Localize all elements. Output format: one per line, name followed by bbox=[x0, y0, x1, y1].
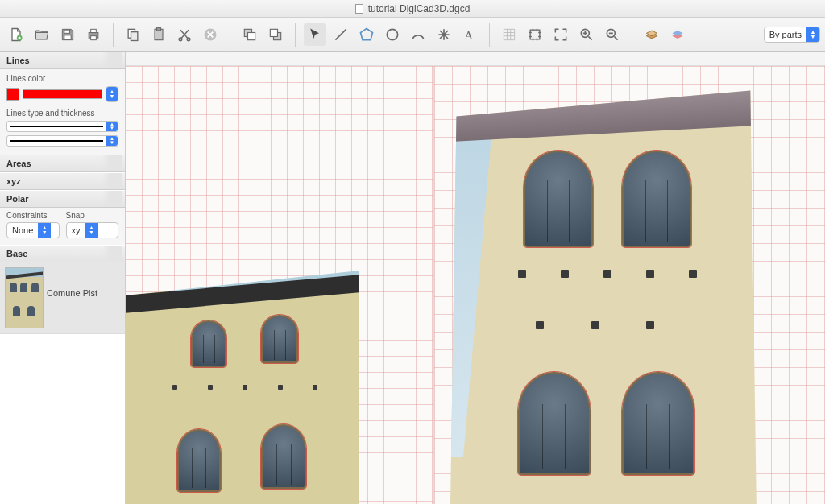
cut-button[interactable] bbox=[173, 23, 196, 46]
canvas-right-pane[interactable] bbox=[433, 66, 825, 504]
delete-button[interactable] bbox=[199, 23, 222, 46]
panel-lines-header[interactable]: Lines bbox=[0, 52, 125, 69]
select-tool[interactable] bbox=[304, 23, 326, 46]
main-toolbar: A By parts ▲▼ bbox=[0, 18, 825, 52]
lines-type-label: Lines type and thickness bbox=[6, 109, 118, 118]
base-panel-body: Comune Pist bbox=[0, 262, 125, 333]
constraints-label: Constraints bbox=[6, 211, 60, 220]
polygon-tool[interactable] bbox=[355, 23, 378, 46]
svg-rect-7 bbox=[131, 31, 138, 40]
panel-base-header[interactable]: Base bbox=[0, 245, 125, 262]
fit-screen-button[interactable] bbox=[549, 23, 572, 46]
snap-select[interactable]: xy ▲▼ bbox=[66, 222, 119, 238]
copy-button[interactable] bbox=[122, 23, 144, 46]
view-mode-value: By parts bbox=[765, 30, 806, 39]
rectified-photo[interactable] bbox=[450, 82, 757, 504]
constraints-select[interactable]: None ▲▼ bbox=[6, 222, 60, 238]
svg-rect-4 bbox=[91, 29, 97, 32]
window-titlebar: tutorial DigiCad3D.dgcd bbox=[0, 0, 825, 18]
base-thumbnail[interactable] bbox=[5, 267, 44, 328]
lines-color-swatch[interactable] bbox=[6, 88, 19, 101]
zoom-in-button[interactable] bbox=[575, 23, 598, 46]
svg-rect-16 bbox=[270, 29, 277, 36]
svg-rect-9 bbox=[157, 27, 161, 30]
svg-rect-20 bbox=[530, 30, 540, 39]
arc-tool[interactable] bbox=[407, 23, 429, 46]
text-tool[interactable]: A bbox=[458, 23, 481, 46]
base-item-label: Comune Pist bbox=[47, 267, 97, 298]
svg-rect-14 bbox=[248, 32, 255, 39]
bring-front-button[interactable] bbox=[238, 23, 261, 46]
constraints-value: None bbox=[7, 225, 38, 235]
view-mode-select[interactable]: By parts ▲▼ bbox=[764, 27, 820, 43]
save-button[interactable] bbox=[56, 23, 79, 46]
open-file-button[interactable] bbox=[31, 23, 53, 46]
grid-toggle[interactable] bbox=[498, 23, 520, 46]
main-area: Lines Lines color ▲▼ Lines type and thic… bbox=[0, 52, 825, 504]
sidebar: Lines Lines color ▲▼ Lines type and thic… bbox=[0, 52, 126, 504]
line-type-select[interactable]: ▲▼ bbox=[6, 121, 118, 132]
new-file-button[interactable] bbox=[5, 23, 27, 46]
lines-color-label: Lines color bbox=[6, 74, 118, 83]
circle-tool[interactable] bbox=[381, 23, 404, 46]
layer-tool-a[interactable] bbox=[641, 23, 663, 46]
window-title: tutorial DigiCad3D.dgcd bbox=[368, 3, 471, 14]
svg-point-18 bbox=[387, 29, 397, 39]
base-panel-empty bbox=[0, 333, 125, 504]
line-thickness-select[interactable]: ▲▼ bbox=[6, 135, 118, 147]
svg-rect-2 bbox=[64, 35, 71, 39]
print-button[interactable] bbox=[82, 23, 105, 46]
canvas-ruler bbox=[126, 52, 825, 66]
panel-lines-body: Lines color ▲▼ Lines type and thickness … bbox=[0, 69, 125, 155]
svg-rect-5 bbox=[91, 35, 97, 39]
panel-polar-header[interactable]: Polar bbox=[0, 190, 125, 208]
panel-areas-header[interactable]: Areas bbox=[0, 155, 125, 172]
line-tool[interactable] bbox=[330, 23, 352, 46]
snap-label: Snap bbox=[66, 211, 119, 220]
constraints-snap-row: Constraints None ▲▼ Snap xy ▲▼ bbox=[0, 208, 125, 245]
canvas-area bbox=[126, 52, 825, 504]
send-back-button[interactable] bbox=[264, 23, 287, 46]
canvas-left-pane[interactable] bbox=[126, 66, 433, 504]
lines-color-bar[interactable] bbox=[23, 89, 102, 99]
svg-text:A: A bbox=[464, 28, 473, 41]
snap-value: xy bbox=[67, 225, 85, 235]
document-icon bbox=[355, 4, 363, 14]
lines-color-select[interactable]: ▲▼ bbox=[106, 86, 118, 102]
panel-xyz-header[interactable]: xyz bbox=[0, 172, 125, 190]
source-photo[interactable] bbox=[126, 271, 359, 504]
fit-selection-button[interactable] bbox=[524, 23, 546, 46]
svg-rect-1 bbox=[64, 30, 70, 33]
svg-marker-17 bbox=[361, 28, 373, 39]
layer-tool-b[interactable] bbox=[666, 23, 689, 46]
zoom-out-button[interactable] bbox=[601, 23, 624, 46]
point-tool[interactable] bbox=[433, 23, 455, 46]
paste-button[interactable] bbox=[147, 23, 170, 46]
select-arrows-icon: ▲▼ bbox=[806, 27, 819, 42]
